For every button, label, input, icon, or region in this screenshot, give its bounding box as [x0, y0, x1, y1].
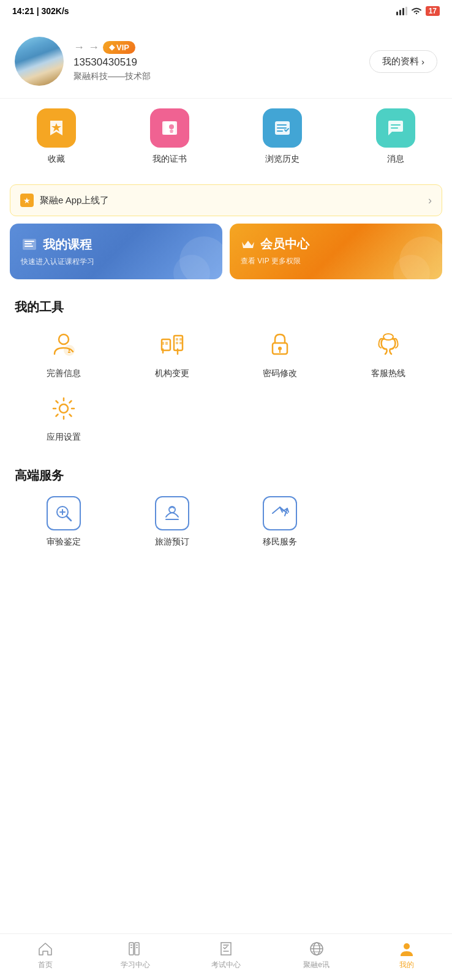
nav-news[interactable]: 聚融e讯	[292, 940, 341, 970]
profile-chevron-icon: ›	[421, 56, 424, 67]
profile-info: → → ◆ VIP 13530430519 聚融科技——技术部	[73, 41, 151, 82]
nav-mine[interactable]: 我的	[382, 940, 431, 970]
travel-icon	[155, 496, 189, 530]
tool-customer-service[interactable]: 客服热线	[334, 328, 443, 379]
nav-home-label: 首页	[38, 960, 53, 970]
news-icon	[308, 940, 325, 957]
org-name: 聚融科技——技术部	[73, 71, 151, 82]
banner-left: ★ 聚融e App上线了	[20, 194, 109, 207]
svg-point-34	[278, 347, 282, 350]
action-cards: 我的课程 快速进入认证课程学习 会员中心 查看 VIP 更多权限	[10, 224, 442, 279]
svg-point-57	[404, 943, 410, 949]
svg-rect-30	[179, 342, 182, 344]
service-travel[interactable]: 旅游预订	[118, 496, 227, 548]
svg-rect-27	[176, 338, 178, 341]
org-change-icon	[155, 328, 189, 362]
svg-point-36	[383, 334, 393, 340]
svg-point-37	[59, 404, 68, 413]
learning-icon	[127, 940, 144, 957]
vip-card-subtitle: 查看 VIP 更多权限	[241, 256, 431, 266]
svg-rect-24	[162, 342, 164, 345]
svg-rect-2	[402, 8, 404, 15]
svg-rect-25	[165, 342, 168, 345]
vip-badge[interactable]: ◆ VIP	[103, 41, 135, 54]
status-bar: 14:21 | 302K/s 17	[0, 0, 452, 22]
services-grid: 审验鉴定 旅游预订 移民服务	[0, 491, 452, 560]
course-card-subtitle: 快速进入认证课程学习	[21, 257, 211, 267]
shortcut-history[interactable]: 浏览历史	[263, 108, 302, 165]
svg-rect-28	[179, 338, 182, 341]
nav-learning[interactable]: 学习中心	[111, 940, 160, 970]
service-immigration[interactable]: 移民服务	[226, 496, 334, 548]
tool-org-change[interactable]: 机构变更	[118, 328, 227, 379]
arrow-right-icon: →	[88, 41, 99, 54]
certificate-icon-wrap	[150, 108, 189, 148]
vip-row: → → ◆ VIP	[73, 41, 151, 54]
svg-rect-16	[24, 241, 34, 242]
mine-icon	[398, 940, 415, 957]
app-settings-icon	[47, 391, 81, 426]
exam-icon	[217, 940, 235, 957]
svg-rect-44	[129, 943, 134, 955]
profile-button[interactable]: 我的资料 ›	[369, 50, 437, 73]
nav-exam-label: 考试中心	[211, 960, 241, 970]
vip-diamond-icon: ◆	[109, 43, 115, 51]
message-icon-wrap	[376, 108, 415, 148]
banner-arrow-icon: ›	[428, 194, 432, 207]
services-section-header: 高端服务	[0, 455, 452, 491]
travel-label: 旅游预订	[155, 537, 189, 548]
tool-app-settings[interactable]: 应用设置	[10, 391, 118, 443]
signal-icon	[396, 7, 407, 15]
avatar[interactable]	[15, 37, 64, 86]
svg-rect-17	[24, 243, 32, 244]
app-banner[interactable]: ★ 聚融e App上线了 ›	[10, 184, 442, 216]
bottom-nav: 首页 学习中心 考试中心 聚融e讯 我的	[0, 933, 452, 980]
nav-mine-label: 我的	[399, 960, 414, 970]
nav-learning-label: 学习中心	[121, 960, 150, 970]
shortcut-certificate[interactable]: 我的证书	[150, 108, 189, 165]
shortcut-favorites[interactable]: 收藏	[37, 108, 76, 165]
profile-section: → → ◆ VIP 13530430519 聚融科技——技术部 我的资料 ›	[0, 22, 452, 98]
svg-rect-29	[176, 342, 178, 344]
svg-rect-45	[135, 943, 139, 955]
wifi-icon	[411, 7, 422, 15]
immigration-label: 移民服务	[263, 537, 297, 548]
tools-section-header: 我的工具	[0, 287, 452, 323]
svg-rect-18	[24, 246, 33, 247]
password-icon	[263, 328, 297, 362]
nav-news-label: 聚融e讯	[303, 960, 330, 970]
tool-complete-info[interactable]: 完善信息	[10, 328, 118, 379]
profile-left: → → ◆ VIP 13530430519 聚融科技——技术部	[15, 37, 151, 86]
vip-center-card[interactable]: 会员中心 查看 VIP 更多权限	[230, 224, 442, 279]
svg-rect-0	[396, 12, 398, 15]
svg-point-19	[59, 334, 69, 344]
favorites-icon-wrap	[37, 108, 76, 148]
my-course-card[interactable]: 我的课程 快速进入认证课程学习	[10, 224, 222, 279]
nav-exam[interactable]: 考试中心	[202, 940, 250, 970]
battery-icon: 17	[426, 6, 440, 16]
arrow-left-icon: →	[73, 41, 85, 54]
main-content: → → ◆ VIP 13530430519 聚融科技——技术部 我的资料 › 收…	[0, 22, 452, 941]
customer-service-label: 客服热线	[371, 368, 405, 379]
password-label: 密码修改	[263, 368, 297, 379]
service-appraisal[interactable]: 审验鉴定	[10, 496, 118, 548]
complete-info-icon	[47, 328, 81, 362]
app-settings-label: 应用设置	[47, 432, 81, 443]
favorites-label: 收藏	[48, 154, 65, 165]
history-label: 浏览历史	[265, 154, 299, 165]
svg-rect-1	[399, 10, 401, 15]
tools-grid: 完善信息 机构变更 密码修改 客服热线 应用设置	[0, 323, 452, 455]
banner-star-icon: ★	[20, 194, 34, 207]
tool-password[interactable]: 密码修改	[226, 328, 334, 379]
customer-service-icon	[371, 328, 405, 362]
phone-number: 13530430519	[73, 56, 151, 69]
vip-label: VIP	[116, 43, 129, 52]
immigration-icon	[263, 496, 297, 530]
shortcut-message[interactable]: 消息	[376, 108, 415, 165]
org-change-label: 机构变更	[155, 368, 189, 379]
home-icon	[37, 940, 54, 957]
complete-info-label: 完善信息	[47, 368, 81, 379]
svg-line-39	[67, 516, 71, 521]
svg-rect-3	[405, 7, 407, 15]
nav-home[interactable]: 首页	[21, 940, 70, 970]
